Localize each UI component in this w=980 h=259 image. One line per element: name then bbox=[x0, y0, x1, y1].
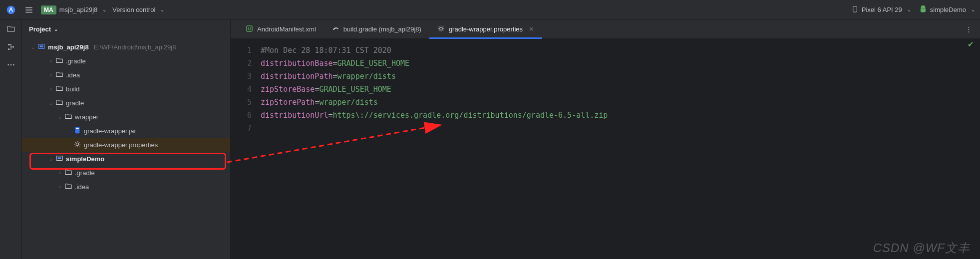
svg-point-4 bbox=[12, 46, 14, 48]
tab-bar: MAndroidManifest.xmlbuild.gradle (msjb_a… bbox=[231, 20, 980, 39]
tree-item-label: .gradle bbox=[75, 169, 95, 177]
tree-item-label: simpleDemo bbox=[66, 155, 104, 163]
tab-more-icon[interactable]: ⋮ bbox=[958, 20, 980, 38]
line-number: 3 bbox=[231, 70, 252, 83]
tree-root-path: E:\WF\Android\msjb_api29j8 bbox=[94, 43, 176, 51]
android-icon bbox=[919, 5, 927, 14]
editor-tab[interactable]: build.gradle (msjb_api29j8) bbox=[324, 20, 429, 38]
tree-item[interactable]: ›.idea bbox=[22, 180, 230, 194]
svg-rect-9 bbox=[40, 45, 43, 47]
gradle-icon bbox=[332, 25, 339, 34]
inspection-ok-icon[interactable]: ✔ bbox=[968, 40, 974, 49]
chevron-down-icon: ⌄ bbox=[907, 7, 911, 12]
svg-point-17 bbox=[440, 27, 443, 30]
svg-point-3 bbox=[8, 48, 9, 50]
jar-icon bbox=[73, 127, 82, 135]
tab-label: gradle-wrapper.properties bbox=[449, 25, 523, 33]
editor-code[interactable]: #Mon Dec 28 18:07:31 CST 2020distributio… bbox=[261, 39, 980, 259]
project-selector[interactable]: MA msjb_api29j8 ⌄ bbox=[41, 5, 106, 14]
run-config-selector[interactable]: simpleDemo ⌄ bbox=[919, 5, 975, 14]
folder-icon bbox=[55, 85, 64, 93]
tree-chevron-icon: › bbox=[56, 170, 64, 176]
editor-tab[interactable]: gradle-wrapper.properties✕ bbox=[429, 20, 542, 38]
folder-icon bbox=[64, 183, 73, 191]
svg-point-7 bbox=[12, 64, 14, 66]
tree-item[interactable]: ⌄simpleDemo bbox=[22, 152, 230, 166]
android-studio-logo-icon bbox=[5, 4, 17, 16]
code-line[interactable]: zipStoreBase=GRADLE_USER_HOME bbox=[261, 83, 980, 96]
tree-item-label: .gradle bbox=[66, 57, 86, 65]
line-number: 4 bbox=[231, 83, 252, 96]
tree-chevron-icon: ⌄ bbox=[47, 156, 55, 162]
device-icon bbox=[851, 5, 859, 14]
tree-item-label: .idea bbox=[66, 71, 80, 79]
project-tree: ⌄ msjb_api29j8 E:\WF\Android\msjb_api29j… bbox=[22, 38, 230, 259]
chevron-down-icon: ⌄ bbox=[54, 26, 58, 32]
tree-item-label: .idea bbox=[75, 183, 89, 191]
code-line[interactable]: distributionBase=GRADLE_USER_HOME bbox=[261, 57, 980, 70]
folder-icon bbox=[55, 71, 64, 79]
svg-point-12 bbox=[76, 143, 78, 145]
folder-icon bbox=[64, 113, 73, 121]
code-line[interactable]: #Mon Dec 28 18:07:31 CST 2020 bbox=[261, 44, 980, 57]
chevron-down-icon: ⌄ bbox=[102, 7, 106, 12]
code-line[interactable]: distributionUrl=https\://services.gradle… bbox=[261, 109, 980, 122]
tree-item-label: wrapper bbox=[75, 113, 98, 121]
tree-chevron-icon: › bbox=[47, 72, 55, 78]
manifest-icon: M bbox=[246, 25, 253, 34]
line-number: 7 bbox=[231, 122, 252, 135]
tree-chevron-icon: › bbox=[47, 58, 55, 64]
svg-point-6 bbox=[10, 64, 11, 66]
top-bar: MA msjb_api29j8 ⌄ Version control ⌄ Pixe… bbox=[0, 0, 980, 20]
tree-item[interactable]: gradle-wrapper.properties bbox=[22, 138, 230, 152]
svg-point-2 bbox=[8, 44, 9, 45]
chevron-down-icon: ⌄ bbox=[160, 7, 164, 12]
version-control-menu[interactable]: Version control ⌄ bbox=[112, 6, 164, 13]
tree-chevron-icon: › bbox=[56, 184, 64, 190]
tree-item[interactable]: ⌄gradle bbox=[22, 96, 230, 110]
device-selector[interactable]: Pixel 6 API 29 ⌄ bbox=[851, 5, 911, 14]
editor-tab[interactable]: MAndroidManifest.xml bbox=[238, 20, 324, 38]
gear-icon bbox=[73, 141, 82, 149]
tool-rail bbox=[0, 20, 22, 259]
tree-item-label: gradle bbox=[66, 99, 84, 107]
sidebar-header[interactable]: Project ⌄ bbox=[22, 20, 230, 38]
more-tool-icon[interactable] bbox=[6, 60, 16, 70]
line-number: 1 bbox=[231, 44, 252, 57]
project-badge: MA bbox=[41, 5, 56, 14]
tree-item[interactable]: ›.idea bbox=[22, 68, 230, 82]
tree-chevron-icon: ⌄ bbox=[47, 100, 55, 106]
line-number: 5 bbox=[231, 96, 252, 109]
editor-area: MAndroidManifest.xmlbuild.gradle (msjb_a… bbox=[231, 20, 980, 259]
tree-root-label: msjb_api29j8 bbox=[48, 43, 89, 51]
line-number: 2 bbox=[231, 57, 252, 70]
structure-tool-icon[interactable] bbox=[6, 42, 16, 52]
tree-chevron-icon: › bbox=[47, 86, 55, 92]
tree-item[interactable]: ⌄wrapper bbox=[22, 110, 230, 124]
project-sidebar: Project ⌄ ⌄ msjb_api29j8 E:\WF\Android\m… bbox=[22, 20, 231, 259]
tree-item-label: gradle-wrapper.properties bbox=[84, 141, 158, 149]
editor-body[interactable]: 1234567 #Mon Dec 28 18:07:31 CST 2020dis… bbox=[231, 39, 980, 259]
close-icon[interactable]: ✕ bbox=[529, 25, 534, 33]
svg-rect-1 bbox=[853, 6, 857, 11]
module-icon bbox=[37, 43, 46, 51]
folder-icon bbox=[64, 169, 73, 177]
svg-rect-11 bbox=[76, 128, 78, 129]
code-line[interactable] bbox=[261, 122, 980, 135]
chevron-down-icon: ⌄ bbox=[29, 44, 37, 50]
watermark: CSDN @WF文丰 bbox=[873, 240, 970, 256]
tree-root[interactable]: ⌄ msjb_api29j8 E:\WF\Android\msjb_api29j… bbox=[22, 40, 230, 54]
module-icon bbox=[55, 155, 64, 163]
tree-item[interactable]: gradle-wrapper.jar bbox=[22, 124, 230, 138]
svg-point-5 bbox=[7, 64, 9, 66]
code-line[interactable]: distributionPath=wrapper/dists bbox=[261, 70, 980, 83]
code-line[interactable]: zipStorePath=wrapper/dists bbox=[261, 96, 980, 109]
tree-chevron-icon: ⌄ bbox=[56, 114, 64, 120]
project-tool-icon[interactable] bbox=[6, 24, 16, 34]
tree-item[interactable]: ›build bbox=[22, 82, 230, 96]
tab-label: AndroidManifest.xml bbox=[257, 25, 316, 33]
tree-item[interactable]: ›.gradle bbox=[22, 54, 230, 68]
tree-item[interactable]: ›.gradle bbox=[22, 166, 230, 180]
gear-icon bbox=[437, 25, 445, 34]
main-menu-icon[interactable] bbox=[23, 4, 35, 16]
